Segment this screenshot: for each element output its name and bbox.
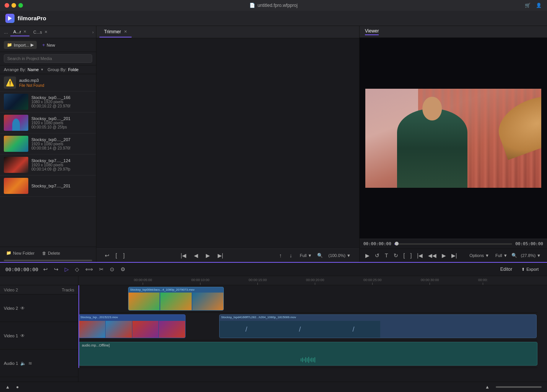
viewer-play-btn[interactable]: ▶ <box>363 251 371 260</box>
maximize-button[interactable] <box>18 3 23 8</box>
footer-arrow-right-btn[interactable]: ▲ <box>484 384 491 390</box>
tab-overflow[interactable]: ... <box>2 28 10 36</box>
viewer-step-back-btn[interactable]: ◀◀ <box>426 251 438 260</box>
viewer-mark-out-btn[interactable]: ] <box>408 251 414 260</box>
warning-icon: ⚠️ <box>4 76 16 89</box>
logo-icon <box>5 14 15 23</box>
trimmer-skip-start-btn[interactable]: |◀ <box>178 251 189 260</box>
editor-select-btn[interactable]: ▷ <box>63 265 71 273</box>
list-item[interactable]: Stocksy_txp7...._201 <box>0 176 96 197</box>
footer-scrollbar[interactable] <box>496 386 542 388</box>
new-folder-button[interactable]: 📁 New Folder <box>4 249 37 257</box>
new-button[interactable]: + New <box>39 41 58 49</box>
footer-arrow-up-btn[interactable]: ▲ <box>4 384 11 390</box>
tab-trimmer[interactable]: Trimmer ✕ <box>99 27 132 37</box>
speaker-icon[interactable]: 🔈 <box>20 361 26 366</box>
horizontal-scrollbar[interactable] <box>4 260 92 261</box>
editor-redo-btn[interactable]: ↪ <box>52 265 60 273</box>
list-item[interactable]: Stocksy_txp0...._201 1920 x 1080 pixels … <box>0 112 96 133</box>
tab-assets-label: A...r <box>13 29 21 34</box>
media-meta-1a: 1080 x 1920 pixels <box>31 100 92 104</box>
viewer-mark-in-btn[interactable]: [ <box>402 251 407 260</box>
viewer-tab-label[interactable]: Viewer <box>365 28 379 35</box>
track-label-audio1: Audio 1 🔈 ≋ <box>0 350 78 377</box>
close-button[interactable] <box>5 3 9 8</box>
trimmer-play-btn[interactable]: ▶ <box>203 251 212 260</box>
user-icon[interactable]: 👤 <box>536 3 542 8</box>
editor-settings-btn[interactable]: ⚙ <box>119 265 127 273</box>
delete-icon: 🗑 <box>42 251 46 255</box>
export-button[interactable]: ⬆ Export <box>518 265 542 273</box>
trimmer-left-controls: ↩ [ ] <box>103 251 127 260</box>
slash-1: / <box>245 325 247 333</box>
viewer-play2-btn[interactable]: ▶ <box>440 251 448 260</box>
trimmer-transport-controls: |◀ ◀ ▶ ▶| <box>178 251 225 260</box>
video-person <box>397 109 467 188</box>
tab-color[interactable]: C...s ✕ <box>30 28 50 36</box>
trimmer-undo-btn[interactable]: ↩ <box>103 251 112 260</box>
cart-icon[interactable]: 🛒 <box>525 3 531 8</box>
trimmer-step-fwd-btn[interactable]: ▶| <box>215 251 226 260</box>
timeline-scroll-area[interactable]: 00:00:05:00 00:00:10:00 00:00:15:00 00:0… <box>78 276 547 382</box>
trimmer-mark-in-btn[interactable]: [ <box>113 251 119 260</box>
file-icon: 📄 <box>249 3 255 8</box>
trimmer-tab-close[interactable]: ✕ <box>124 29 127 34</box>
viewer-loop-btn[interactable]: ↺ <box>373 251 381 260</box>
video-frame <box>365 89 541 188</box>
viewer-playhead-dot[interactable] <box>395 242 399 246</box>
arrange-value[interactable]: Name <box>28 67 39 72</box>
trimmer-full-dropdown[interactable]: Full ▼ <box>298 252 314 259</box>
ruler-mark-extra: 00:00: <box>478 278 488 285</box>
tracks-header: Video 2 Tracks <box>0 285 78 294</box>
tab-assets-close[interactable]: ✕ <box>23 29 26 34</box>
waveform-icon[interactable]: ≋ <box>28 361 32 366</box>
viewer-skip-start-btn[interactable]: |◀ <box>415 251 425 260</box>
footer-dot-btn[interactable]: ● <box>15 384 20 390</box>
editor-ripple-btn[interactable]: ⟺ <box>83 265 95 273</box>
editor-crop-btn[interactable]: ✂ <box>97 265 106 273</box>
list-item[interactable]: Stocksy_txp0...._207 1920 x 1080 pixels … <box>0 133 96 155</box>
import-button[interactable]: 📁 Import... ▶ <box>4 41 37 49</box>
eye-icon-video1[interactable]: 👁 <box>20 333 25 338</box>
trimmer-mark-out-btn[interactable]: ] <box>121 251 127 260</box>
trimmer-step-back-btn[interactable]: ◀ <box>192 251 200 260</box>
viewer-loop2-btn[interactable]: ↻ <box>392 251 400 260</box>
delete-button[interactable]: 🗑 Delete <box>40 250 62 257</box>
list-item[interactable]: Stocksy_txp7...._124 1920 x 1080 pixels … <box>0 155 96 176</box>
search-input[interactable] <box>4 54 92 63</box>
trimmer-overwrite-btn[interactable]: ↓ <box>287 251 295 260</box>
error-item[interactable]: ⚠️ audio.mp3 File Not Found <box>0 74 96 91</box>
editor-magnet-btn[interactable]: ⊙ <box>108 265 116 273</box>
playhead[interactable] <box>78 285 79 368</box>
viewer-zoom-dropdown[interactable]: (27.8%) ▼ <box>519 252 543 259</box>
editor-blade-btn[interactable]: ◇ <box>73 265 81 273</box>
viewer-video <box>360 38 547 239</box>
clip-video2-1[interactable]: Stocksy_txp00bb3acs...4_1080p_2079073.mo… <box>128 287 224 311</box>
tab-color-label: C...s <box>33 30 42 34</box>
media-name-4: Stocksy_txp7...._124 <box>31 158 92 163</box>
panel-bottom: 📁 New Folder 🗑 Delete <box>0 247 96 259</box>
arrange-chevron-icon[interactable]: ▼ <box>40 68 44 72</box>
trimmer-insert-btn[interactable]: ↑ <box>277 251 284 260</box>
svg-marker-0 <box>8 16 12 21</box>
viewer-options-dropdown[interactable]: Options ▼ <box>467 252 492 259</box>
tab-assets[interactable]: A...r ✕ <box>10 28 29 36</box>
group-label: Group By: <box>47 67 67 72</box>
viewer-title-btn[interactable]: T <box>383 251 390 260</box>
list-item[interactable]: Stocksy_txp0...._166 1080 x 1920 pixels … <box>0 91 96 112</box>
clip-video1-1[interactable]: Stocksy_txp...2015223.mov <box>78 314 186 338</box>
editor-undo-btn[interactable]: ↩ <box>41 265 50 273</box>
plus-icon: + <box>42 42 45 48</box>
clip-video1-2[interactable]: Stocksy_txpd4166ff7L282...h264_1080p_181… <box>219 314 537 338</box>
group-value[interactable]: Folde <box>68 67 79 72</box>
tab-arrow-right[interactable]: › <box>92 30 94 34</box>
viewer-progress-bar[interactable] <box>394 243 512 245</box>
tab-color-close[interactable]: ✕ <box>44 30 47 34</box>
viewer-full-dropdown[interactable]: Full ▼ <box>493 252 510 259</box>
trimmer-zoom-dropdown[interactable]: (100.0%) ▼ <box>326 252 353 259</box>
viewer-skip-end-btn[interactable]: ▶| <box>449 251 459 260</box>
eye-icon-video2[interactable]: 👁 <box>20 306 25 311</box>
viewer-zoom-chevron: ▼ <box>537 253 541 258</box>
clip-audio1[interactable]: audio.mp...Offline] <box>78 342 537 366</box>
minimize-button[interactable] <box>11 3 16 8</box>
